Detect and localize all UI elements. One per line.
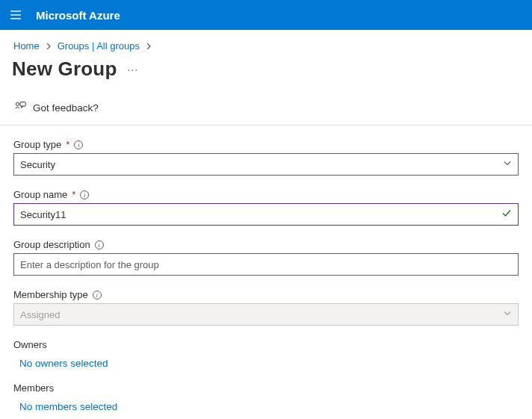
group-name-field: Group name * i xyxy=(13,189,519,226)
group-description-input[interactable] xyxy=(20,254,497,275)
info-icon[interactable]: i xyxy=(95,240,104,249)
required-indicator: * xyxy=(72,189,75,200)
chevron-down-icon xyxy=(503,159,512,170)
breadcrumb-home[interactable]: Home xyxy=(13,40,40,52)
info-icon[interactable]: i xyxy=(80,190,89,199)
membership-type-value: Assigned xyxy=(20,309,60,320)
check-icon xyxy=(501,208,512,221)
info-icon[interactable]: i xyxy=(74,140,83,149)
members-heading: Members xyxy=(13,382,519,394)
feedback-button[interactable]: Got feedback? xyxy=(0,94,532,125)
group-type-field: Group type * i Security xyxy=(13,139,519,176)
svg-point-3 xyxy=(16,102,19,105)
breadcrumb-groups[interactable]: Groups | All groups xyxy=(58,40,140,52)
chevron-right-icon xyxy=(46,42,52,51)
chevron-right-icon xyxy=(146,42,152,51)
group-description-field: Group description i xyxy=(13,239,519,276)
membership-type-field: Membership type i Assigned xyxy=(13,289,519,326)
page-title-row: New Group ··· xyxy=(0,52,532,94)
brand-label: Microsoft Azure xyxy=(36,9,120,22)
more-actions-icon[interactable]: ··· xyxy=(127,63,138,75)
group-type-label: Group type xyxy=(13,139,61,150)
owners-heading: Owners xyxy=(13,339,519,350)
chevron-down-icon xyxy=(503,309,512,320)
owners-section: Owners No owners selected xyxy=(13,339,519,369)
page-title: New Group xyxy=(12,58,117,81)
membership-type-label: Membership type xyxy=(13,289,88,300)
info-icon[interactable]: i xyxy=(93,291,102,299)
group-name-input[interactable] xyxy=(20,204,497,225)
feedback-label: Got feedback? xyxy=(33,102,99,114)
feedback-icon xyxy=(13,100,27,116)
group-description-input-wrapper xyxy=(13,253,519,276)
breadcrumb: Home Groups | All groups xyxy=(0,30,532,52)
group-name-label: Group name xyxy=(13,189,67,200)
top-bar: Microsoft Azure xyxy=(0,0,532,30)
owners-link[interactable]: No owners selected xyxy=(13,358,519,369)
group-description-label: Group description xyxy=(13,239,90,250)
members-link[interactable]: No members selected xyxy=(13,401,519,412)
group-type-select[interactable]: Security xyxy=(13,153,519,176)
required-indicator: * xyxy=(66,139,69,150)
membership-type-select: Assigned xyxy=(13,303,519,326)
hamburger-icon[interactable] xyxy=(9,8,22,22)
svg-rect-4 xyxy=(20,102,25,106)
group-type-value: Security xyxy=(20,159,55,170)
group-name-input-wrapper xyxy=(13,203,519,226)
new-group-form: Group type * i Security Group name * i G… xyxy=(0,125,532,419)
members-section: Members No members selected xyxy=(13,382,519,412)
